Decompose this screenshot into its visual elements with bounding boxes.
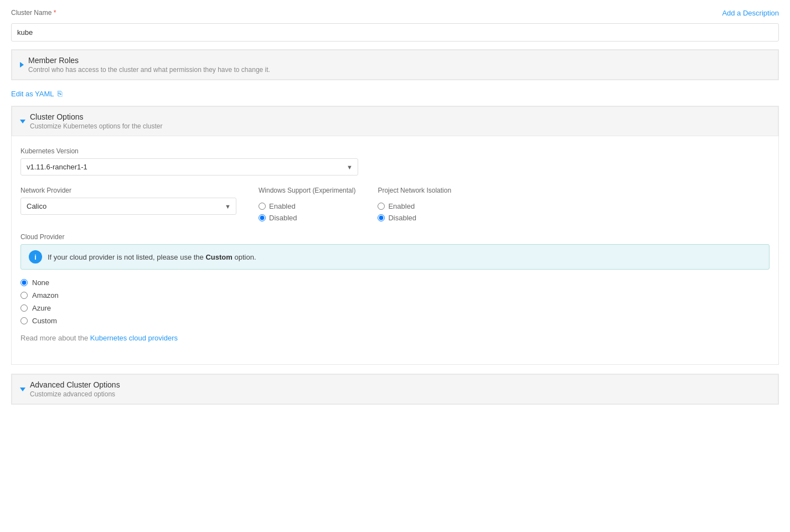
edit-yaml-row: Edit as YAML ⎘ <box>11 89 779 98</box>
project-network-isolation-label: Project Network Isolation <box>378 187 451 194</box>
read-more-text: Read more about the Kubernetes cloud pro… <box>20 334 770 342</box>
cloud-provider-info-banner: i If your cloud provider is not listed, … <box>20 244 770 270</box>
member-roles-subtitle: Control who has access to the cluster an… <box>28 66 270 74</box>
cluster-name-section: Cluster Name * Add a Description <box>11 9 779 42</box>
cluster-name-label-text: Cluster Name <box>11 9 51 17</box>
network-provider-select[interactable]: Calico Canal Flannel None <box>20 198 236 215</box>
network-provider-label: Network Provider <box>20 187 236 194</box>
cloud-provider-group: Cloud Provider i If your cloud provider … <box>20 233 770 342</box>
network-provider-select-wrapper: Calico Canal Flannel None ▼ <box>20 198 236 215</box>
info-icon: i <box>29 250 42 264</box>
cloud-provider-amazon-label[interactable]: Amazon <box>20 291 770 299</box>
windows-support-enabled-label[interactable]: Enabled <box>259 202 355 210</box>
cloud-provider-none-label[interactable]: None <box>20 278 770 287</box>
project-network-isolation-col: Project Network Isolation Enabled Disabl… <box>378 187 451 222</box>
project-network-isolation-disabled-text: Disabled <box>388 214 416 222</box>
read-more-prefix: Read more about the <box>20 334 88 342</box>
info-banner-text: If your cloud provider is not listed, pl… <box>48 253 256 261</box>
network-provider-col: Network Provider Calico Canal Flannel No… <box>20 187 236 215</box>
cloud-provider-label: Cloud Provider <box>20 233 770 241</box>
kubernetes-version-select-wrapper: v1.11.6-rancher1-1 v1.10.9-rancher1-1 v1… <box>20 158 358 175</box>
windows-support-disabled-radio[interactable] <box>259 214 266 221</box>
add-description-link[interactable]: Add a Description <box>722 9 779 17</box>
cluster-options-header[interactable]: Cluster Options Customize Kubernetes opt… <box>12 106 778 136</box>
member-roles-header-content: Member Roles Control who has access to t… <box>28 56 270 74</box>
project-network-isolation-enabled-label[interactable]: Enabled <box>378 202 451 210</box>
cluster-options-subtitle: Customize Kubernetes options for the clu… <box>30 122 162 130</box>
info-text-prefix: If your cloud provider is not listed, pl… <box>48 253 204 261</box>
cluster-name-header-row: Cluster Name * Add a Description <box>11 9 779 19</box>
cloud-provider-amazon-text: Amazon <box>32 291 59 299</box>
member-roles-section: Member Roles Control who has access to t… <box>11 49 779 80</box>
required-star: * <box>54 9 56 17</box>
project-network-isolation-enabled-text: Enabled <box>388 202 415 210</box>
advanced-cluster-options-header[interactable]: Advanced Cluster Options Customize advan… <box>12 374 778 404</box>
member-roles-header[interactable]: Member Roles Control who has access to t… <box>12 50 778 80</box>
cluster-options-title: Cluster Options <box>30 112 162 121</box>
cluster-options-section: Cluster Options Customize Kubernetes opt… <box>11 106 779 365</box>
kubernetes-version-label: Kubernetes Version <box>20 147 770 155</box>
cloud-provider-custom-radio[interactable] <box>20 317 28 324</box>
cluster-options-chevron-icon <box>20 120 25 123</box>
advanced-cluster-options-header-content: Advanced Cluster Options Customize advan… <box>30 380 120 398</box>
cloud-provider-custom-text: Custom <box>32 317 57 325</box>
page-container: Cluster Name * Add a Description Member … <box>0 0 790 532</box>
project-network-isolation-disabled-label[interactable]: Disabled <box>378 214 451 222</box>
info-text-bold: Custom <box>205 253 232 261</box>
windows-support-col: Windows Support (Experimental) Enabled D… <box>259 187 355 222</box>
three-col-row: Network Provider Calico Canal Flannel No… <box>20 187 770 222</box>
windows-support-enabled-radio[interactable] <box>259 203 266 210</box>
kubernetes-version-group: Kubernetes Version v1.11.6-rancher1-1 v1… <box>20 147 770 175</box>
cluster-options-body: Kubernetes Version v1.11.6-rancher1-1 v1… <box>12 136 778 364</box>
kubernetes-version-select[interactable]: v1.11.6-rancher1-1 v1.10.9-rancher1-1 v1… <box>20 158 358 175</box>
cloud-provider-none-text: None <box>32 278 49 287</box>
copy-icon[interactable]: ⎘ <box>58 89 62 98</box>
cloud-provider-custom-label[interactable]: Custom <box>20 317 770 325</box>
advanced-cluster-options-section: Advanced Cluster Options Customize advan… <box>11 374 779 405</box>
edit-yaml-link[interactable]: Edit as YAML <box>11 90 54 98</box>
project-network-isolation-disabled-radio[interactable] <box>378 214 385 221</box>
windows-support-radio-group: Enabled Disabled <box>259 202 355 222</box>
cloud-provider-azure-label[interactable]: Azure <box>20 304 770 312</box>
kubernetes-cloud-providers-link[interactable]: Kubernetes cloud providers <box>90 334 178 342</box>
cluster-name-input[interactable] <box>11 23 779 42</box>
cloud-provider-none-radio[interactable] <box>20 279 28 286</box>
cloud-provider-azure-radio[interactable] <box>20 304 28 312</box>
windows-support-enabled-text: Enabled <box>269 202 296 210</box>
project-network-isolation-enabled-radio[interactable] <box>378 203 385 210</box>
windows-support-disabled-text: Disabled <box>269 214 297 222</box>
info-text-suffix: option. <box>234 253 256 261</box>
member-roles-chevron-icon <box>20 62 24 68</box>
project-network-isolation-radio-group: Enabled Disabled <box>378 202 451 222</box>
advanced-cluster-options-title: Advanced Cluster Options <box>30 380 120 389</box>
cloud-provider-amazon-radio[interactable] <box>20 292 28 299</box>
cluster-name-label: Cluster Name * <box>11 9 56 17</box>
advanced-cluster-options-chevron-icon <box>20 388 25 391</box>
windows-support-label: Windows Support (Experimental) <box>259 187 355 194</box>
member-roles-title: Member Roles <box>28 56 270 65</box>
cloud-provider-azure-text: Azure <box>32 304 51 312</box>
windows-support-disabled-label[interactable]: Disabled <box>259 214 355 222</box>
advanced-cluster-options-subtitle: Customize advanced options <box>30 390 120 398</box>
cloud-provider-radio-group: None Amazon Azure Custom <box>20 278 770 325</box>
cluster-options-header-content: Cluster Options Customize Kubernetes opt… <box>30 112 162 130</box>
